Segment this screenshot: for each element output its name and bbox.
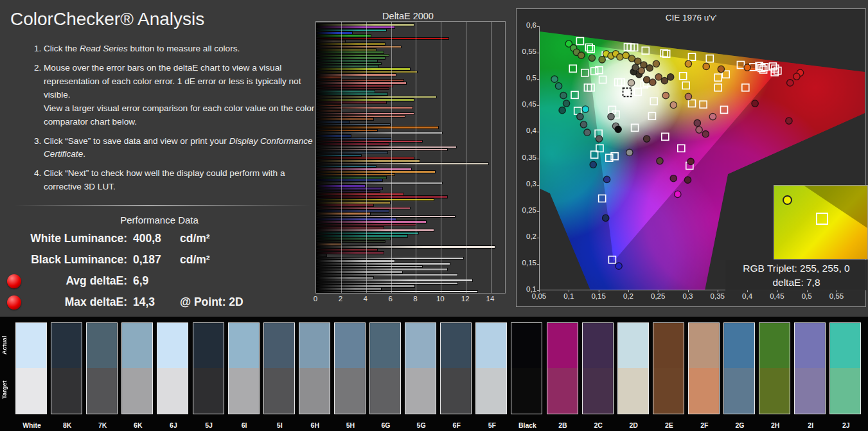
swatch[interactable]: 2C bbox=[582, 322, 614, 414]
cie-measured-marker[interactable] bbox=[635, 58, 641, 64]
swatch[interactable]: 2I bbox=[794, 322, 826, 414]
metric-value: 14,3 bbox=[127, 295, 179, 309]
swatch[interactable]: 2G bbox=[723, 322, 755, 414]
cie-measured-marker[interactable] bbox=[684, 177, 691, 183]
swatch-actual-color bbox=[299, 323, 330, 368]
cie-measured-marker[interactable] bbox=[646, 65, 653, 71]
cie-measured-marker[interactable] bbox=[578, 52, 585, 58]
swatch-label: 5J bbox=[191, 421, 227, 429]
swatch[interactable]: 2F bbox=[688, 322, 720, 414]
performance-row: Black Luminance:0,187cd/m² bbox=[0, 249, 315, 270]
swatch[interactable]: 5F bbox=[475, 322, 507, 414]
deltae-plot-area[interactable] bbox=[315, 21, 506, 294]
cie-measured-marker[interactable] bbox=[599, 57, 605, 63]
swatch[interactable]: 2B bbox=[547, 322, 578, 414]
cie-measured-marker[interactable] bbox=[687, 158, 694, 164]
deltae-bar[interactable] bbox=[316, 290, 478, 294]
cie-measured-marker[interactable] bbox=[632, 64, 639, 71]
swatch[interactable]: 6H bbox=[299, 322, 330, 414]
cie-measured-marker[interactable] bbox=[702, 130, 709, 137]
cie-measured-marker[interactable] bbox=[653, 60, 659, 67]
cie-measured-marker[interactable] bbox=[626, 149, 633, 155]
gridline bbox=[466, 22, 466, 293]
swatch[interactable]: Black bbox=[511, 322, 542, 414]
swatch-label: 8K bbox=[49, 421, 85, 429]
cie-measured-marker[interactable] bbox=[786, 118, 792, 124]
cie-measured-marker[interactable] bbox=[703, 63, 709, 69]
cie-measured-marker[interactable] bbox=[584, 129, 590, 136]
swatch[interactable]: 8K bbox=[51, 322, 82, 414]
cie-measured-marker[interactable] bbox=[616, 263, 622, 269]
axis-tick-label: 6 bbox=[388, 295, 392, 303]
cie-measured-marker[interactable] bbox=[580, 121, 587, 128]
cie-selected-marker[interactable] bbox=[623, 88, 632, 96]
swatch-label: 2J bbox=[828, 421, 864, 429]
cie-measured-marker[interactable] bbox=[657, 157, 663, 164]
cie-measured-marker[interactable] bbox=[559, 107, 565, 113]
cie-measured-marker[interactable] bbox=[685, 93, 691, 100]
cie-measured-marker[interactable] bbox=[709, 113, 716, 119]
swatch-label: 6J bbox=[155, 421, 191, 429]
swatch[interactable]: White bbox=[15, 322, 47, 414]
swatch[interactable]: 5H bbox=[334, 322, 366, 414]
cie-measured-marker[interactable] bbox=[596, 136, 602, 142]
cie-measured-marker[interactable] bbox=[661, 77, 668, 84]
swatch[interactable]: 7K bbox=[86, 322, 118, 414]
metric-value: 0,187 bbox=[127, 253, 179, 267]
swatch[interactable]: 5J bbox=[193, 322, 224, 414]
cie-measured-marker[interactable] bbox=[744, 64, 750, 71]
cie-measured-marker[interactable] bbox=[563, 100, 569, 107]
cie-measured-marker[interactable] bbox=[662, 92, 669, 98]
cie-measured-marker[interactable] bbox=[650, 79, 656, 85]
swatch-target-color bbox=[759, 368, 790, 414]
swatch[interactable]: 6K bbox=[121, 322, 153, 414]
axis-tick-label: 0,35 bbox=[711, 292, 725, 300]
cie-measured-marker[interactable] bbox=[628, 80, 634, 86]
axis-tick-label: 0,15 bbox=[591, 292, 605, 300]
swatch-target-color bbox=[87, 368, 117, 414]
swatch-label: White bbox=[14, 421, 49, 429]
swatch[interactable]: 5G bbox=[405, 322, 436, 414]
cie-measured-marker[interactable] bbox=[667, 74, 673, 80]
swatch[interactable]: 2E bbox=[653, 322, 684, 414]
axis-tick-label: 0,45 bbox=[518, 100, 536, 108]
swatch[interactable]: 6G bbox=[369, 322, 401, 414]
cie-measured-marker[interactable] bbox=[555, 83, 562, 89]
cie-measured-marker[interactable] bbox=[577, 113, 583, 119]
cie-measured-marker[interactable] bbox=[582, 106, 589, 112]
swatch[interactable]: 6J bbox=[157, 322, 188, 414]
cie-measured-marker[interactable] bbox=[603, 215, 609, 221]
swatch[interactable]: 2H bbox=[759, 322, 790, 414]
swatch-actual-color bbox=[618, 323, 648, 368]
cie-measured-marker[interactable] bbox=[603, 176, 610, 182]
cie-measured-marker[interactable] bbox=[718, 66, 724, 72]
cie-measured-marker[interactable] bbox=[560, 92, 567, 98]
cie-measured-marker[interactable] bbox=[589, 55, 595, 61]
cie-measured-marker[interactable] bbox=[655, 74, 662, 80]
axis-tick-label: 4 bbox=[364, 295, 368, 303]
swatch[interactable]: 2J bbox=[829, 322, 861, 414]
cie-measured-marker[interactable] bbox=[787, 80, 793, 86]
cie-measured-marker[interactable] bbox=[608, 113, 614, 119]
cie-measured-marker[interactable] bbox=[670, 101, 677, 108]
cie-measured-marker[interactable] bbox=[670, 175, 677, 182]
gridline bbox=[491, 22, 492, 293]
cie-measured-marker[interactable] bbox=[615, 126, 621, 132]
cie-measured-marker[interactable] bbox=[675, 191, 681, 197]
swatch[interactable]: 2D bbox=[617, 322, 649, 414]
cie-measured-marker[interactable] bbox=[643, 136, 650, 142]
cie-measured-marker[interactable] bbox=[694, 119, 700, 126]
cie-measured-marker[interactable] bbox=[696, 127, 702, 133]
cie-measured-marker[interactable] bbox=[752, 100, 758, 107]
cie-measured-marker[interactable] bbox=[551, 76, 558, 82]
cie-measured-marker[interactable] bbox=[590, 161, 596, 168]
swatch[interactable]: 6F bbox=[440, 322, 472, 414]
swatch-target-color bbox=[405, 368, 436, 414]
metric-unit: @ Point: 2D bbox=[179, 295, 315, 309]
swatch[interactable]: 5I bbox=[263, 322, 295, 414]
cie-measured-marker[interactable] bbox=[685, 60, 691, 67]
cie-measured-marker[interactable] bbox=[793, 73, 800, 80]
axis-tick-label: 0,1 bbox=[563, 292, 574, 300]
swatch[interactable]: 6I bbox=[228, 322, 260, 414]
swatch-label: Black bbox=[509, 421, 545, 429]
